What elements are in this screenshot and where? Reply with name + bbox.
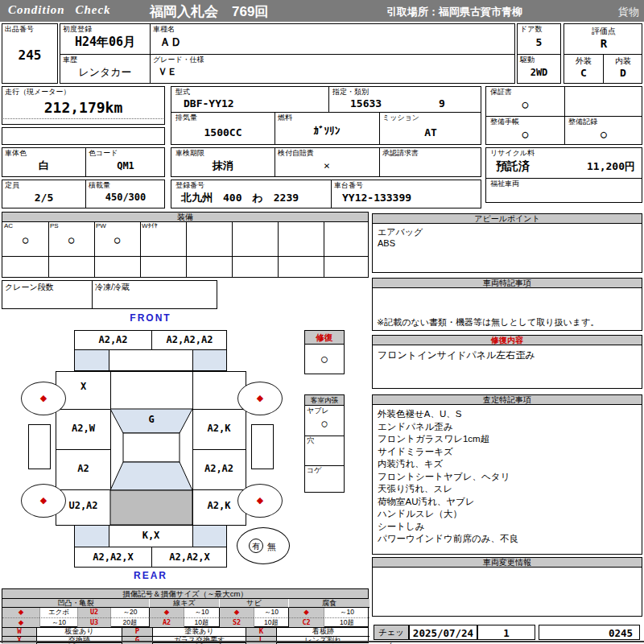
mileage-box: 走行（現メーター） 212,179km bbox=[2, 86, 165, 125]
spare-no: 無 bbox=[267, 541, 276, 553]
color-code-value: QM1 bbox=[85, 161, 166, 171]
capacity-value: 2/5 bbox=[2, 192, 85, 204]
fuel-value: ｶﾞｿﾘﾝ bbox=[275, 126, 379, 137]
recycle-box: リサイクル料 預託済 11,200円 福祉車両 bbox=[485, 147, 642, 203]
history-label: 車歴 bbox=[63, 56, 77, 64]
inspection-label: 車検期限 bbox=[175, 150, 204, 158]
assessment-item: パワーウインドウ前席のみ、不良 bbox=[378, 533, 518, 546]
body-color-label: 車体色 bbox=[5, 150, 27, 158]
interior-grade-label: 内装 bbox=[603, 56, 643, 65]
legend-group-corrosion: 腐食 bbox=[288, 599, 369, 608]
legend-size-a2: 10超 bbox=[184, 617, 219, 627]
transmission-value: AT bbox=[379, 127, 482, 138]
legend-diamond-icon: ◆ bbox=[288, 608, 324, 617]
legend-title: 損傷記号＆損傷サイズ（～最大cm） bbox=[2, 589, 368, 599]
rear-gate-cell: K,X bbox=[109, 525, 193, 547]
assessment-item: ハンドルスレ（大） bbox=[378, 508, 518, 521]
equipment-pw-value: ○ bbox=[94, 235, 140, 246]
assessment-item: フロントシートヤブレ、ヘタリ bbox=[378, 471, 518, 484]
crane-label: クレーン段数 bbox=[5, 283, 54, 291]
equipment-grid: AC ○ PS ○ PW ○ Wﾀｲﾔ bbox=[2, 221, 369, 278]
spare-yes-circled: 有 bbox=[249, 539, 263, 553]
legend-scratch-small: ～10 bbox=[184, 608, 219, 617]
side-step-right bbox=[251, 424, 274, 469]
first-registration-value: H24年06月 bbox=[60, 35, 150, 49]
welfare-label: 福祉車両 bbox=[490, 180, 519, 188]
wheel-rear-left: ◆ bbox=[21, 484, 66, 518]
legend-dent2-small: ～10 bbox=[39, 617, 77, 627]
score-box: 評価点 R 外装 C 内装 D bbox=[564, 23, 642, 84]
spare-tire-indicator: 有 無 bbox=[237, 527, 290, 564]
cabin-tear-label: ヤブレ bbox=[307, 407, 329, 415]
assessment-item: 荷物室AU汚れ、ヤブレ bbox=[378, 496, 518, 509]
code-p-desc: 塗装あり bbox=[152, 628, 246, 636]
recycle-status: 預託済 bbox=[496, 160, 530, 172]
door-left-codes: A2,W bbox=[56, 423, 110, 434]
legend-group-rust: サビ bbox=[219, 599, 288, 608]
brand-logo: Condition Check bbox=[8, 3, 111, 17]
class-code-value2: 9 bbox=[439, 98, 445, 109]
legend-diamond-icon: ◆ bbox=[149, 608, 184, 617]
auction-title: 福岡入札会 769回 bbox=[150, 2, 268, 21]
tire-mark-icon: ◆ bbox=[238, 496, 282, 505]
displacement-value: 1500CC bbox=[171, 127, 275, 138]
assessment-item: フロントガラスワレ1cm超 bbox=[378, 433, 518, 446]
equipment-ac-value: ○ bbox=[2, 235, 48, 246]
equipment-ps-label: PS bbox=[50, 223, 59, 230]
vehicle-notes-disclaimer: ※記載のない書類・機器等は無しとして取り扱います。 bbox=[377, 316, 599, 328]
legend-diamond-icon: ◆ bbox=[2, 617, 39, 627]
history-value: レンタカー bbox=[60, 67, 150, 78]
assessment-item: 外装色褪せA、U、S bbox=[378, 408, 518, 421]
fender-front-left-codes: X bbox=[56, 382, 110, 392]
code-k-desc: 看板跡 bbox=[276, 628, 369, 636]
check-date: 2025/07/24 bbox=[410, 628, 477, 639]
legend-diamond-icon: ◆ bbox=[2, 608, 39, 617]
diamond-icon: ◆ bbox=[19, 618, 24, 626]
panel-right-codes: A2,A2 bbox=[192, 464, 246, 474]
warranty-box: 保証書 ○ 整備手帳 ○ 整備記録 ○ bbox=[485, 86, 642, 145]
legend-code-s2: S2 bbox=[219, 617, 254, 627]
drive-label: 駆動 bbox=[520, 56, 535, 64]
equipment-ps-value: ○ bbox=[48, 235, 94, 246]
score-label: 評価点 bbox=[564, 27, 643, 35]
rear-cowl-right bbox=[192, 525, 227, 547]
check-label-box: チェック bbox=[374, 625, 409, 640]
repair-flag-title: 修復 bbox=[305, 331, 344, 345]
equipment-pw-label: PW bbox=[96, 223, 106, 230]
first-registration-label: 初度登録 bbox=[63, 26, 92, 34]
code-p: P bbox=[122, 628, 152, 636]
lot-number-label: 出品番号 bbox=[5, 26, 34, 34]
assessment-item: サイドミラーキズ bbox=[378, 446, 518, 459]
cabin-burn-label: コゲ bbox=[307, 467, 321, 475]
rear-gate-codes: K,X bbox=[109, 530, 192, 541]
mileage-value: 212,179km bbox=[2, 100, 164, 116]
legend-code-u2: U2 bbox=[77, 608, 110, 617]
diamond-icon: ◆ bbox=[19, 608, 24, 616]
front-bumper-left-codes: A2,A2 bbox=[75, 335, 151, 345]
legend-code-a2: A2 bbox=[149, 617, 184, 627]
vehicle-id-box: 初度登録 H24年06月 車種名 ＡＤ 車歴 レンタカー グレード・仕様 ＶＥ bbox=[60, 23, 515, 84]
rear-cowl-left bbox=[74, 525, 109, 547]
appeal-body: エアバッグ ABS bbox=[372, 223, 642, 273]
front-bumper-right-codes: A2,A2,A2 bbox=[151, 335, 228, 345]
displacement-label: 排気量 bbox=[175, 114, 197, 122]
code-l: L bbox=[246, 636, 276, 644]
equipment-ac-label: AC bbox=[4, 223, 13, 230]
score-value: R bbox=[564, 38, 643, 50]
legend-code-u3: U3 bbox=[77, 617, 110, 627]
warranty-value: ○ bbox=[486, 99, 564, 110]
load-value: 450/300 bbox=[85, 192, 166, 203]
rear-bumper: A2,A2,X A2,A2,X bbox=[74, 547, 227, 568]
legend-size-u3: 20超 bbox=[110, 617, 149, 627]
check-count: 1 bbox=[478, 628, 535, 639]
glass-code: G bbox=[110, 415, 192, 425]
legend-corrosion-small: ～10 bbox=[324, 608, 369, 617]
appeal-item: ABS bbox=[378, 237, 395, 249]
repair-content-text: フロントインサイドパネル左右歪み bbox=[378, 349, 535, 362]
tire-mark-icon: ◆ bbox=[238, 394, 282, 402]
equipment-wtire-label: Wﾀｲﾔ bbox=[142, 223, 158, 230]
diamond-icon: ◆ bbox=[164, 608, 170, 616]
check-date-box: 2025/07/24 bbox=[409, 625, 477, 640]
code-g-desc: ガラス交換要す bbox=[152, 636, 246, 644]
inspection-box: 車検期限 抹消 検付自賠責 × 承認請求書 bbox=[171, 147, 481, 177]
